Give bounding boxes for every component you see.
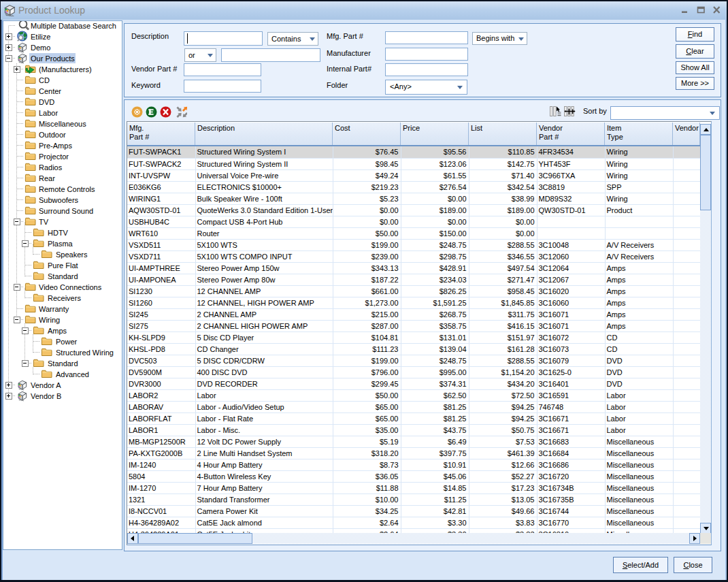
- svg-text:Pure Flat: Pure Flat: [48, 261, 78, 270]
- svg-text:Miscellaneous: Miscellaneous: [39, 120, 86, 128]
- svg-text:Advanced: Advanced: [56, 370, 89, 378]
- svg-text:Power: Power: [56, 338, 78, 346]
- svg-text:Outdoor: Outdoor: [39, 131, 66, 139]
- svg-text:Labor: Labor: [39, 109, 58, 117]
- svg-text:DVD: DVD: [39, 98, 54, 106]
- svg-text:Receivers: Receivers: [48, 294, 81, 302]
- svg-text:Warranty: Warranty: [39, 305, 69, 313]
- svg-text:Surround Sound: Surround Sound: [39, 207, 93, 215]
- svg-text:Amps: Amps: [48, 327, 67, 335]
- svg-text:Plasma: Plasma: [48, 240, 73, 248]
- svg-text:Our Products: Our Products: [31, 54, 75, 63]
- svg-text:(Manufacturers): (Manufacturers): [39, 65, 92, 74]
- svg-text:Rear: Rear: [39, 174, 55, 182]
- svg-text:Vendor A: Vendor A: [31, 381, 61, 389]
- svg-text:Structured Wiring: Structured Wiring: [56, 349, 114, 357]
- svg-text:HDTV: HDTV: [48, 229, 69, 237]
- svg-text:Radios: Radios: [39, 163, 63, 172]
- svg-text:Pre-Amps: Pre-Amps: [39, 142, 72, 150]
- svg-text:CD: CD: [39, 76, 50, 84]
- svg-text:TV: TV: [39, 218, 49, 226]
- svg-text:Etilize: Etilize: [31, 33, 50, 41]
- svg-text:Remote Controls: Remote Controls: [39, 185, 95, 193]
- svg-text:Vendor B: Vendor B: [31, 392, 61, 400]
- svg-text:Speakers: Speakers: [56, 250, 88, 259]
- svg-text:Center: Center: [39, 87, 61, 95]
- svg-text:Standard: Standard: [48, 359, 78, 368]
- svg-text:Subwoofers: Subwoofers: [39, 196, 79, 204]
- svg-text:Projector: Projector: [39, 152, 69, 161]
- svg-text:Demo: Demo: [31, 44, 50, 52]
- svg-text:Multiple Database Search: Multiple Database Search: [31, 22, 116, 30]
- svg-text:Wiring: Wiring: [39, 316, 60, 324]
- svg-text:Video Connections: Video Connections: [39, 283, 102, 291]
- svg-text:Standard: Standard: [48, 272, 78, 280]
